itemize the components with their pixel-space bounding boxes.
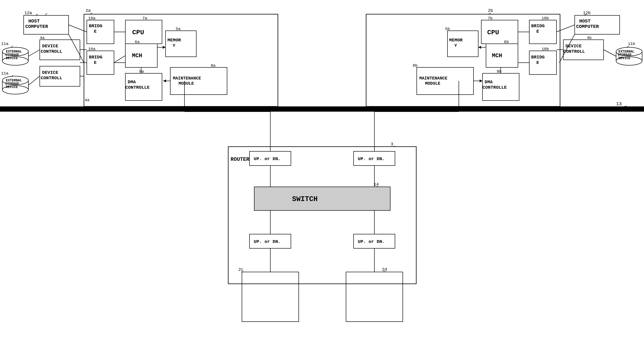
svg-text:12a: 12a <box>24 11 32 15</box>
svg-rect-0 <box>0 0 644 346</box>
svg-text:E: E <box>94 60 96 65</box>
svg-text:8a: 8a <box>211 64 216 68</box>
svg-text:DMA: DMA <box>484 80 493 85</box>
svg-text:UP. or DN.: UP. or DN. <box>254 156 281 162</box>
svg-text:BRIDG: BRIDG <box>531 55 545 60</box>
svg-rect-129 <box>0 106 644 112</box>
svg-text:6a: 6a <box>135 40 140 44</box>
svg-text:12b: 12b <box>583 11 590 15</box>
svg-text:4b: 4b <box>587 36 592 40</box>
svg-text:DEVICE: DEVICE <box>42 70 58 75</box>
svg-text:CONTROLLE: CONTROLLE <box>482 85 507 90</box>
svg-text:13: 13 <box>616 101 622 107</box>
svg-text:2b: 2b <box>488 8 493 13</box>
svg-text:UP. or DN.: UP. or DN. <box>358 156 385 162</box>
svg-text:6b: 6b <box>504 40 509 44</box>
svg-text:2c: 2c <box>238 267 244 272</box>
svg-text:3: 3 <box>391 142 393 147</box>
svg-text:Y: Y <box>454 43 457 48</box>
svg-text:DEVICE: DEVICE <box>42 44 58 49</box>
svg-text:UP. or DN.: UP. or DN. <box>254 239 281 244</box>
svg-rect-140 <box>254 187 390 210</box>
svg-text:DEVICE: DEVICE <box>618 56 630 60</box>
svg-text:4a: 4a <box>85 98 90 102</box>
svg-text:2d: 2d <box>382 267 387 272</box>
diagram-container: HOST COMPUTER 12a 2a BRIDG E 10a CPU 7a … <box>0 0 644 346</box>
svg-text:CPU: CPU <box>487 29 499 36</box>
svg-text:7b: 7b <box>488 16 492 20</box>
svg-text:DEVICE: DEVICE <box>566 44 582 49</box>
svg-text:11b: 11b <box>628 42 635 46</box>
svg-text:MODULE: MODULE <box>425 81 440 86</box>
svg-text:MAINTENANCE: MAINTENANCE <box>173 76 201 81</box>
svg-text:MCH: MCH <box>132 52 142 59</box>
svg-text:E: E <box>94 29 96 34</box>
svg-text:BRIDG: BRIDG <box>89 24 102 28</box>
svg-text:DEVICE: DEVICE <box>6 85 18 89</box>
svg-text:9a: 9a <box>139 69 144 74</box>
svg-text:MEMOR: MEMOR <box>449 38 463 43</box>
svg-text:CONTROLL: CONTROLL <box>41 49 62 54</box>
svg-text:10b: 10b <box>542 47 549 51</box>
svg-text:E: E <box>536 29 539 34</box>
svg-text:E: E <box>536 60 539 65</box>
svg-text:BRIDG: BRIDG <box>89 55 102 60</box>
svg-text:8b: 8b <box>413 64 418 68</box>
svg-text:HOST: HOST <box>28 18 40 24</box>
svg-text:2a: 2a <box>86 8 91 13</box>
svg-text:5b: 5b <box>445 27 450 31</box>
svg-text:BRIDG: BRIDG <box>531 24 545 28</box>
svg-text:MEMOR: MEMOR <box>168 38 181 43</box>
svg-text:11a: 11a <box>1 42 8 46</box>
svg-text:10a: 10a <box>88 47 96 51</box>
svg-text:CONTROLL: CONTROLL <box>41 76 62 81</box>
svg-text:5a: 5a <box>176 27 180 31</box>
svg-text:11a: 11a <box>1 71 8 76</box>
svg-text:MCH: MCH <box>492 52 502 59</box>
svg-text:MAINTENANCE: MAINTENANCE <box>419 76 448 81</box>
svg-text:7a: 7a <box>142 16 147 20</box>
svg-text:10a: 10a <box>88 16 96 20</box>
svg-text:ROUTER: ROUTER <box>230 156 250 162</box>
svg-text:COMPUTER: COMPUTER <box>25 24 48 29</box>
svg-text:UP. or DN.: UP. or DN. <box>358 239 385 244</box>
svg-text:CONTROLLE: CONTROLLE <box>125 85 150 90</box>
svg-text:HOST: HOST <box>579 18 590 24</box>
svg-text:COMPUTER: COMPUTER <box>576 24 599 29</box>
svg-text:SWITCH: SWITCH <box>292 195 318 203</box>
svg-text:4a: 4a <box>40 36 44 40</box>
svg-text:10b: 10b <box>542 16 549 20</box>
svg-text:Y: Y <box>173 43 176 48</box>
svg-text:MODULE: MODULE <box>178 81 194 86</box>
svg-text:DMA: DMA <box>128 80 136 85</box>
svg-text:DEVICE: DEVICE <box>6 56 18 60</box>
svg-text:CPU: CPU <box>132 29 144 36</box>
